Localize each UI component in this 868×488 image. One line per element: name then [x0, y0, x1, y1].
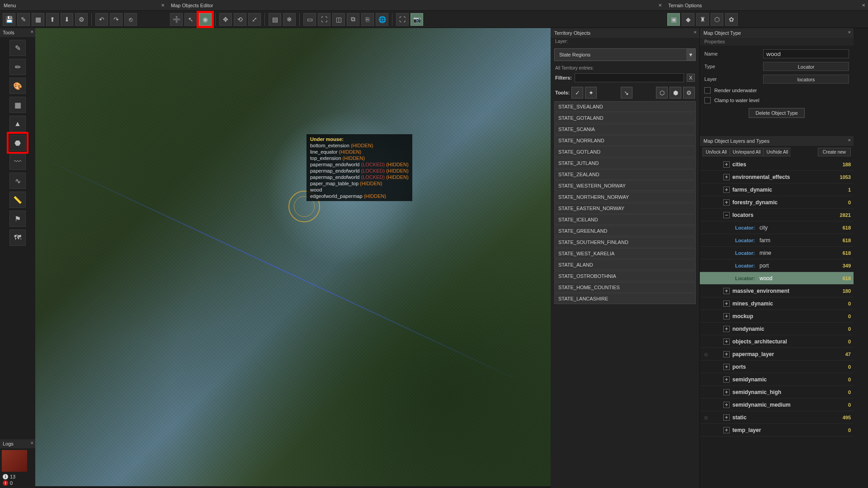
state-item[interactable]: STATE_ICELAND: [554, 214, 696, 225]
unexpand-all-button[interactable]: Un/expand All: [730, 148, 764, 156]
create-new-button[interactable]: Create new: [818, 148, 851, 156]
state-item[interactable]: STATE_SVEALAND: [554, 101, 696, 112]
layer-row[interactable]: ⦸+static495: [700, 411, 854, 424]
state-item[interactable]: STATE_NORTHERN_NORWAY: [554, 192, 696, 202]
layer-row[interactable]: +ports0: [700, 361, 854, 373]
close-icon[interactable]: ×: [31, 29, 33, 34]
state-item[interactable]: STATE_ALAND: [554, 259, 696, 270]
gear-icon[interactable]: ⚙: [683, 87, 695, 99]
layer-row[interactable]: −locators2821: [700, 209, 854, 221]
select-tool-icon[interactable]: ✓: [571, 87, 583, 99]
visibility-icon[interactable]: [714, 224, 722, 231]
expand-icon[interactable]: +: [723, 288, 730, 294]
expand-icon[interactable]: +: [723, 300, 730, 307]
brush-tool-icon[interactable]: ✎: [9, 40, 26, 56]
flag-tool-icon[interactable]: ⚑: [9, 211, 26, 227]
terrain-tool-2-icon[interactable]: ◆: [682, 13, 694, 26]
edit-icon[interactable]: ✎: [17, 13, 30, 26]
layer-icon[interactable]: ▭: [303, 13, 316, 26]
layer-row[interactable]: +environmental_effects1053: [700, 171, 854, 183]
layer-row[interactable]: +mockup0: [700, 310, 854, 323]
layer-child-row[interactable]: Locator:farm618: [700, 234, 854, 247]
terrain-tool-5-icon[interactable]: ✿: [725, 13, 738, 26]
close-icon[interactable]: ×: [31, 440, 33, 446]
expand-icon[interactable]: +: [723, 326, 730, 332]
layer-row[interactable]: +nondynamic0: [700, 323, 854, 335]
layer-row[interactable]: +semidynamic0: [700, 373, 854, 386]
import-icon[interactable]: ⬇: [61, 13, 73, 26]
mask-icon[interactable]: ◫: [332, 13, 345, 26]
hex-tool-icon[interactable]: ⬡: [656, 87, 668, 99]
grid-icon[interactable]: ▤: [269, 13, 281, 26]
visibility-icon[interactable]: [714, 275, 722, 282]
visibility-icon[interactable]: [703, 338, 710, 345]
focus-icon[interactable]: ⛶: [396, 13, 409, 26]
layer-dropdown[interactable]: State Regions ▼: [554, 48, 696, 61]
layer-child-row[interactable]: Locator:mine618: [700, 247, 854, 259]
log-error-line[interactable]: ! 0: [2, 480, 33, 486]
state-item[interactable]: STATE_LANCASHIRE: [554, 293, 696, 304]
expand-icon[interactable]: +: [723, 351, 730, 357]
paint-tool-icon[interactable]: ✦: [585, 87, 597, 99]
unlock-all-button[interactable]: Un/lock All: [703, 148, 730, 156]
snap-icon[interactable]: ❄: [283, 13, 296, 26]
move-icon[interactable]: ✥: [219, 13, 232, 26]
layer-row[interactable]: +forestry_dynamic0: [700, 196, 854, 209]
layer-row[interactable]: +semidynamic_medium0: [700, 399, 854, 411]
name-input[interactable]: [763, 49, 849, 58]
expand-icon[interactable]: −: [723, 212, 730, 218]
visibility-icon[interactable]: [703, 389, 710, 396]
expand-icon[interactable]: +: [723, 313, 730, 319]
visibility-icon[interactable]: [703, 161, 710, 168]
layer-child-row[interactable]: Locator:city618: [700, 221, 854, 234]
state-item[interactable]: STATE_WESTERN_NORWAY: [554, 180, 696, 191]
cluster-tool-icon[interactable]: ⬢: [670, 87, 681, 99]
close-icon[interactable]: ×: [694, 29, 697, 35]
state-item[interactable]: STATE_OSTROBOTHNIA: [554, 271, 696, 282]
add-object-icon[interactable]: ➕: [170, 13, 183, 26]
layer-list[interactable]: +cities188+environmental_effects1053+far…: [700, 158, 854, 488]
layer-row[interactable]: ⦸+papermap_layer47: [700, 348, 854, 361]
visibility-icon[interactable]: [703, 174, 710, 181]
terrain-tool-3-icon[interactable]: ♜: [696, 13, 709, 26]
layer-value[interactable]: locators: [763, 75, 849, 84]
package-icon[interactable]: ▦: [32, 13, 44, 26]
measure-tool-icon[interactable]: 📏: [9, 192, 26, 208]
visibility-icon[interactable]: [714, 249, 722, 257]
filter-icon[interactable]: ⛶: [318, 13, 330, 26]
eyedropper-tool-icon[interactable]: ✏: [9, 59, 26, 75]
visibility-icon[interactable]: [714, 237, 722, 244]
rotate-icon[interactable]: ⟲: [234, 13, 246, 26]
object-tool-icon[interactable]: ⬣: [9, 135, 26, 151]
layer-row[interactable]: +cities188: [700, 158, 854, 171]
state-item[interactable]: STATE_GREENLAND: [554, 225, 696, 236]
grid-tool-icon[interactable]: ▦: [9, 97, 26, 113]
visibility-icon[interactable]: [703, 199, 710, 206]
type-value[interactable]: Locator: [763, 62, 849, 71]
layer-row[interactable]: +temp_layer0: [700, 424, 854, 436]
exit-icon[interactable]: ⎋: [124, 13, 137, 26]
pointer-icon[interactable]: ↖: [184, 13, 197, 26]
visibility-icon[interactable]: [703, 186, 710, 193]
terrain-tool-icon[interactable]: ▲: [9, 116, 26, 132]
expand-icon[interactable]: +: [723, 389, 730, 395]
state-item[interactable]: STATE_JUTLAND: [554, 158, 696, 169]
state-list[interactable]: STATE_SVEALANDSTATE_GOTALANDSTATE_SCANIA…: [554, 101, 696, 484]
expand-icon[interactable]: +: [723, 376, 730, 383]
visibility-icon[interactable]: [703, 401, 710, 408]
expand-icon[interactable]: +: [723, 364, 730, 370]
close-icon[interactable]: ×: [848, 137, 851, 143]
close-icon[interactable]: ×: [862, 2, 865, 9]
state-item[interactable]: STATE_SOUTHERN_FINLAND: [554, 237, 696, 248]
delete-object-type-button[interactable]: Delete Object Type: [749, 108, 804, 118]
place-object-icon[interactable]: ◉: [199, 13, 212, 26]
state-item[interactable]: STATE_ZEALAND: [554, 169, 696, 180]
save-icon[interactable]: 💾: [3, 13, 15, 26]
expand-icon[interactable]: +: [723, 174, 730, 180]
render-underwater-checkbox[interactable]: [704, 87, 711, 94]
viewport-3d[interactable]: Under mouse: bottom_extension (HIDDEN) l…: [35, 28, 551, 486]
state-item[interactable]: STATE_SCANIA: [554, 124, 696, 135]
close-icon[interactable]: ×: [161, 2, 165, 9]
visibility-icon[interactable]: [703, 363, 710, 371]
state-item[interactable]: STATE_HOME_COUNTIES: [554, 282, 696, 293]
